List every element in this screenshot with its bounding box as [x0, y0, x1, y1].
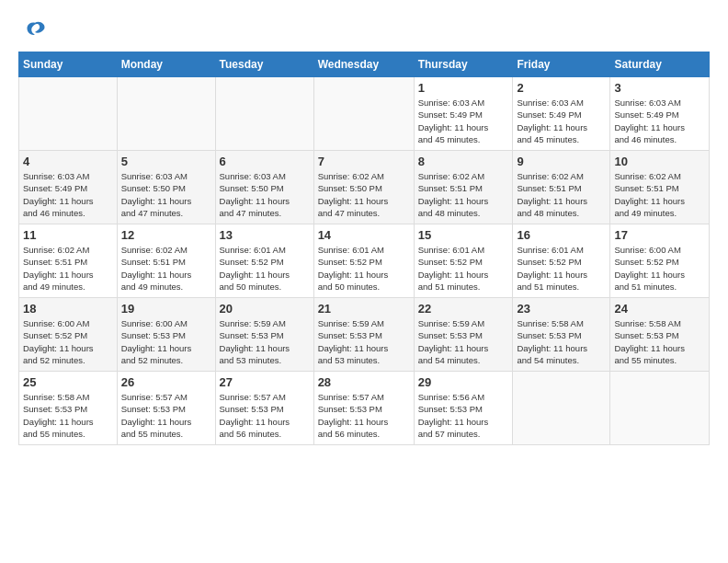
calendar-cell: 1Sunrise: 6:03 AMSunset: 5:49 PMDaylight… [414, 77, 513, 151]
calendar-cell [215, 77, 313, 151]
day-info: Sunrise: 6:02 AMSunset: 5:51 PMDaylight:… [614, 170, 705, 219]
day-info: Sunrise: 5:57 AMSunset: 5:53 PMDaylight:… [220, 391, 310, 440]
day-info: Sunrise: 5:57 AMSunset: 5:53 PMDaylight:… [121, 391, 211, 440]
header-monday: Monday [117, 52, 215, 77]
calendar-cell: 22Sunrise: 5:59 AMSunset: 5:53 PMDayligh… [414, 298, 513, 372]
day-number: 2 [517, 81, 606, 95]
calendar-week-row: 25Sunrise: 5:58 AMSunset: 5:53 PMDayligh… [19, 372, 710, 445]
day-number: 17 [614, 228, 705, 242]
day-info: Sunrise: 5:56 AMSunset: 5:53 PMDaylight:… [418, 391, 509, 440]
day-number: 7 [318, 155, 410, 168]
calendar-cell: 5Sunrise: 6:03 AMSunset: 5:50 PMDaylight… [117, 151, 215, 224]
header-friday: Friday [513, 52, 610, 77]
calendar-cell [117, 77, 215, 151]
day-number: 22 [418, 302, 509, 316]
calendar-cell: 29Sunrise: 5:56 AMSunset: 5:53 PMDayligh… [414, 372, 513, 445]
calendar-cell: 6Sunrise: 6:03 AMSunset: 5:50 PMDaylight… [215, 151, 313, 224]
day-number: 29 [418, 375, 509, 389]
calendar-week-row: 18Sunrise: 6:00 AMSunset: 5:52 PMDayligh… [19, 298, 710, 372]
logo [18, 18, 48, 44]
day-number: 4 [23, 155, 113, 168]
day-info: Sunrise: 6:00 AMSunset: 5:53 PMDaylight:… [121, 317, 211, 366]
calendar-cell: 9Sunrise: 6:02 AMSunset: 5:51 PMDaylight… [513, 151, 610, 224]
day-number: 6 [220, 155, 310, 168]
calendar-cell [313, 77, 414, 151]
day-number: 19 [121, 302, 211, 316]
day-info: Sunrise: 5:57 AMSunset: 5:53 PMDaylight:… [318, 391, 410, 440]
calendar-cell: 23Sunrise: 5:58 AMSunset: 5:53 PMDayligh… [513, 298, 610, 372]
day-info: Sunrise: 6:02 AMSunset: 5:51 PMDaylight:… [121, 244, 211, 293]
day-info: Sunrise: 6:00 AMSunset: 5:52 PMDaylight:… [23, 317, 113, 366]
calendar-cell: 16Sunrise: 6:01 AMSunset: 5:52 PMDayligh… [513, 224, 610, 298]
day-number: 27 [220, 375, 310, 389]
day-number: 20 [220, 302, 310, 316]
day-number: 9 [517, 155, 606, 168]
day-info: Sunrise: 6:02 AMSunset: 5:50 PMDaylight:… [318, 170, 410, 219]
calendar-cell: 10Sunrise: 6:02 AMSunset: 5:51 PMDayligh… [610, 151, 710, 224]
day-info: Sunrise: 6:03 AMSunset: 5:49 PMDaylight:… [418, 97, 509, 145]
day-info: Sunrise: 6:00 AMSunset: 5:52 PMDaylight:… [614, 244, 705, 293]
calendar-cell: 15Sunrise: 6:01 AMSunset: 5:52 PMDayligh… [414, 224, 513, 298]
calendar-cell: 14Sunrise: 6:01 AMSunset: 5:52 PMDayligh… [313, 224, 414, 298]
calendar-week-row: 1Sunrise: 6:03 AMSunset: 5:49 PMDaylight… [19, 77, 710, 151]
calendar-cell: 11Sunrise: 6:02 AMSunset: 5:51 PMDayligh… [19, 224, 118, 298]
day-number: 18 [23, 302, 113, 316]
day-info: Sunrise: 6:03 AMSunset: 5:49 PMDaylight:… [614, 97, 705, 145]
day-number: 24 [614, 302, 705, 316]
calendar-cell: 13Sunrise: 6:01 AMSunset: 5:52 PMDayligh… [215, 224, 313, 298]
day-info: Sunrise: 6:03 AMSunset: 5:50 PMDaylight:… [121, 170, 211, 219]
calendar-week-row: 4Sunrise: 6:03 AMSunset: 5:49 PMDaylight… [19, 151, 710, 224]
day-info: Sunrise: 6:03 AMSunset: 5:49 PMDaylight:… [23, 170, 113, 219]
calendar-cell: 24Sunrise: 5:58 AMSunset: 5:53 PMDayligh… [610, 298, 710, 372]
calendar-cell [19, 77, 118, 151]
day-info: Sunrise: 6:01 AMSunset: 5:52 PMDaylight:… [517, 244, 606, 293]
day-info: Sunrise: 6:01 AMSunset: 5:52 PMDaylight:… [318, 244, 410, 293]
day-number: 8 [418, 155, 509, 168]
day-number: 13 [220, 228, 310, 242]
calendar-cell: 4Sunrise: 6:03 AMSunset: 5:49 PMDaylight… [19, 151, 118, 224]
calendar-cell [513, 372, 610, 445]
day-info: Sunrise: 5:59 AMSunset: 5:53 PMDaylight:… [318, 317, 410, 366]
calendar-table: SundayMondayTuesdayWednesdayThursdayFrid… [18, 52, 710, 445]
calendar-cell: 27Sunrise: 5:57 AMSunset: 5:53 PMDayligh… [215, 372, 313, 445]
calendar-cell: 2Sunrise: 6:03 AMSunset: 5:49 PMDaylight… [513, 77, 610, 151]
header-saturday: Saturday [610, 52, 710, 77]
day-info: Sunrise: 5:59 AMSunset: 5:53 PMDaylight:… [220, 317, 310, 366]
day-info: Sunrise: 6:01 AMSunset: 5:52 PMDaylight:… [220, 244, 310, 293]
calendar-cell: 3Sunrise: 6:03 AMSunset: 5:49 PMDaylight… [610, 77, 710, 151]
day-info: Sunrise: 5:58 AMSunset: 5:53 PMDaylight:… [614, 317, 705, 366]
day-number: 28 [318, 375, 410, 389]
day-number: 14 [318, 228, 410, 242]
calendar-cell: 25Sunrise: 5:58 AMSunset: 5:53 PMDayligh… [19, 372, 118, 445]
header-thursday: Thursday [414, 52, 513, 77]
calendar-cell: 19Sunrise: 6:00 AMSunset: 5:53 PMDayligh… [117, 298, 215, 372]
day-number: 5 [121, 155, 211, 168]
day-info: Sunrise: 6:02 AMSunset: 5:51 PMDaylight:… [418, 170, 509, 219]
day-info: Sunrise: 5:58 AMSunset: 5:53 PMDaylight:… [517, 317, 606, 366]
day-info: Sunrise: 6:01 AMSunset: 5:52 PMDaylight:… [418, 244, 509, 293]
day-number: 16 [517, 228, 606, 242]
day-number: 11 [23, 228, 113, 242]
header-sunday: Sunday [19, 52, 118, 77]
header-wednesday: Wednesday [313, 52, 414, 77]
day-number: 23 [517, 302, 606, 316]
header-tuesday: Tuesday [215, 52, 313, 77]
day-number: 26 [121, 375, 211, 389]
calendar-cell: 7Sunrise: 6:02 AMSunset: 5:50 PMDaylight… [313, 151, 414, 224]
calendar-cell: 17Sunrise: 6:00 AMSunset: 5:52 PMDayligh… [610, 224, 710, 298]
day-number: 15 [418, 228, 509, 242]
day-info: Sunrise: 5:59 AMSunset: 5:53 PMDaylight:… [418, 317, 509, 366]
calendar-cell: 8Sunrise: 6:02 AMSunset: 5:51 PMDaylight… [414, 151, 513, 224]
calendar-cell: 21Sunrise: 5:59 AMSunset: 5:53 PMDayligh… [313, 298, 414, 372]
day-number: 3 [614, 81, 705, 95]
calendar-week-row: 11Sunrise: 6:02 AMSunset: 5:51 PMDayligh… [19, 224, 710, 298]
day-info: Sunrise: 6:03 AMSunset: 5:49 PMDaylight:… [517, 97, 606, 145]
day-number: 21 [318, 302, 410, 316]
calendar-cell: 26Sunrise: 5:57 AMSunset: 5:53 PMDayligh… [117, 372, 215, 445]
calendar-cell: 20Sunrise: 5:59 AMSunset: 5:53 PMDayligh… [215, 298, 313, 372]
calendar-cell [610, 372, 710, 445]
day-number: 1 [418, 81, 509, 95]
day-number: 25 [23, 375, 113, 389]
calendar-cell: 18Sunrise: 6:00 AMSunset: 5:52 PMDayligh… [19, 298, 118, 372]
day-info: Sunrise: 6:03 AMSunset: 5:50 PMDaylight:… [220, 170, 310, 219]
